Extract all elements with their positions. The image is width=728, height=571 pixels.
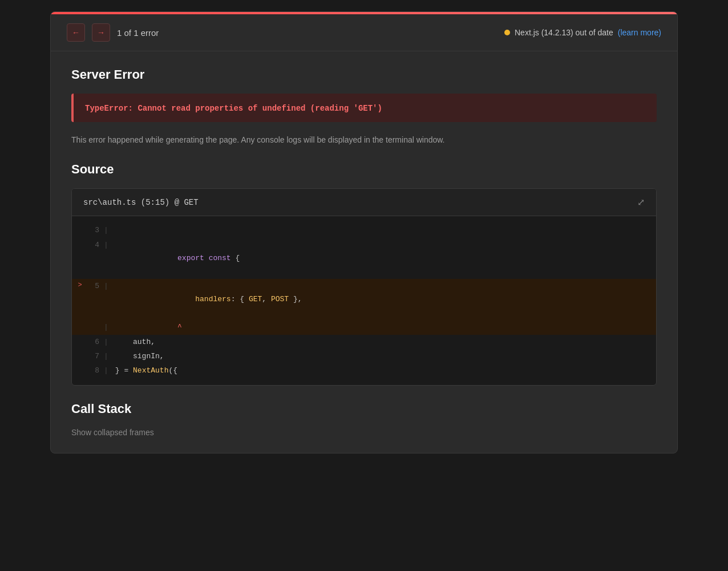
error-box: TypeError: Cannot read properties of und… <box>71 94 657 122</box>
code-file-location: src\auth.ts (5:15) @ GET <box>83 198 199 207</box>
code-body: 3 | 4 | export const { <box>72 216 656 384</box>
forward-button[interactable]: → <box>92 23 110 42</box>
back-icon: ← <box>72 28 80 37</box>
status-dot-icon <box>504 30 510 35</box>
code-line-8: 8 | } = NextAuth({ <box>72 363 656 378</box>
code-line-6: 6 | auth, <box>72 335 656 349</box>
error-overlay: ← → 1 of 1 error Next.js (14.2.13) out o… <box>50 11 678 453</box>
source-section: Source src\auth.ts (5:15) @ GET ⤢ 3 | <box>71 162 657 385</box>
code-panel: src\auth.ts (5:15) @ GET ⤢ 3 | 4 <box>71 188 657 385</box>
error-message-text: TypeError: Cannot read properties of und… <box>85 104 382 113</box>
source-title: Source <box>71 162 657 177</box>
code-line-7: 7 | signIn, <box>72 349 656 363</box>
forward-icon: → <box>97 28 105 37</box>
open-file-icon[interactable]: ⤢ <box>637 197 645 208</box>
header-left: ← → 1 of 1 error <box>67 23 159 42</box>
learn-more-link[interactable]: (learn more) <box>618 28 661 37</box>
show-collapsed-frames[interactable]: Show collapsed frames <box>71 428 657 437</box>
code-line-4: 4 | export const { <box>72 238 656 279</box>
error-count: 1 of 1 error <box>117 28 159 38</box>
server-error-title: Server Error <box>71 67 657 82</box>
code-line-caret: | ^ <box>72 320 656 334</box>
code-header: src\auth.ts (5:15) @ GET ⤢ <box>72 189 656 216</box>
call-stack-title: Call Stack <box>71 402 657 416</box>
header-right: Next.js (14.2.13) out of date (learn mor… <box>504 28 661 37</box>
code-line-3: 3 | <box>72 223 656 237</box>
error-description: This error happened while generating the… <box>71 133 657 146</box>
back-button[interactable]: ← <box>67 23 85 42</box>
main-content: Server Error TypeError: Cannot read prop… <box>51 51 677 453</box>
code-line-5: > 5 | handlers: { GET, POST }, <box>72 279 656 320</box>
call-stack-section: Call Stack Show collapsed frames <box>71 402 657 437</box>
version-status-text: Next.js (14.2.13) out of date <box>515 28 613 37</box>
error-header: ← → 1 of 1 error Next.js (14.2.13) out o… <box>51 14 677 51</box>
